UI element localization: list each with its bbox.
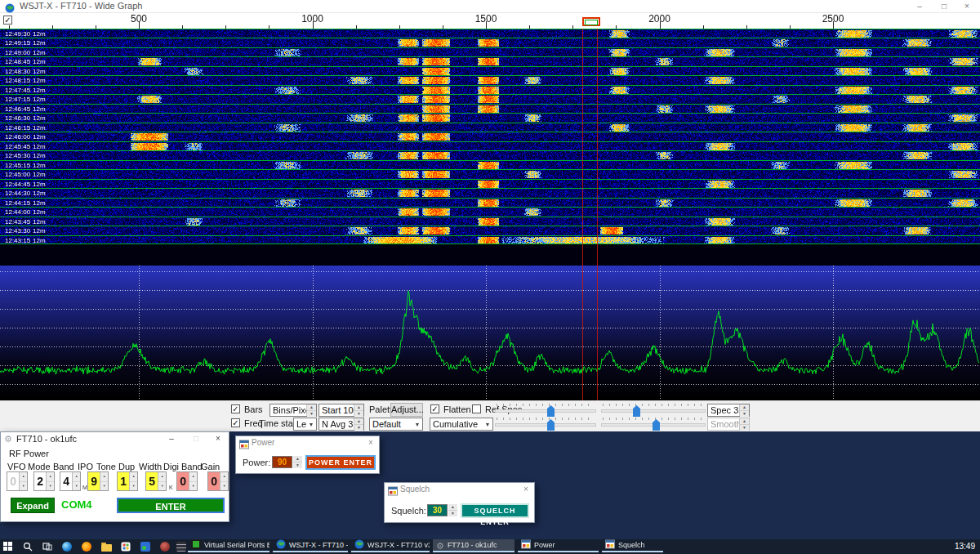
n-avg-spinner[interactable]: N Avg 3▲▼: [318, 418, 364, 431]
spinner-arrows-icon[interactable]: ▲▼: [354, 404, 363, 416]
waterfall-display[interactable]: [0, 29, 980, 244]
spinner-arrows-icon[interactable]: ▲▼: [448, 504, 457, 516]
ft710-column-vfo[interactable]: VFO: [7, 462, 26, 471]
smooth-spinner[interactable]: Smooth 1▲▼: [707, 418, 750, 431]
adjust-button[interactable]: Adjust...: [390, 403, 423, 417]
bars-checkbox[interactable]: ✓: [231, 404, 240, 413]
taskbar-button-wsjt-x-ft710-wid[interactable]: WSJT-X - FT710 - Wid...: [273, 539, 348, 552]
spinner-arrows-icon[interactable]: ▲▼: [739, 418, 749, 430]
frequency-digit-spinner-6[interactable]: 0▲▼: [176, 471, 198, 491]
ft710-column-width[interactable]: Width: [139, 462, 162, 471]
expand-button[interactable]: Expand: [11, 498, 55, 513]
waterfall-gain-slider[interactable]: [495, 404, 596, 417]
spinner-arrows-icon[interactable]: ▲▼: [72, 472, 80, 490]
firefox-icon[interactable]: [80, 540, 93, 553]
media-icon[interactable]: [139, 540, 152, 553]
spinner-arrows-icon[interactable]: ▲▼: [158, 472, 166, 490]
power-enter-button[interactable]: POWER ENTER: [305, 455, 376, 470]
start-hz-spinner[interactable]: Start 100 Hz▲▼: [318, 404, 364, 417]
minimize-icon[interactable]: –: [165, 433, 178, 445]
frequency-digit-spinner-1[interactable]: 2▲▼: [33, 471, 55, 491]
tx-rx-frequency-marker[interactable]: [582, 17, 600, 26]
search-icon[interactable]: [21, 540, 34, 553]
waterfall-gain-slider[interactable]: [495, 418, 596, 431]
menu-rf-power[interactable]: RF Power: [9, 449, 49, 458]
minimize-icon[interactable]: –: [908, 0, 931, 13]
ft710-column-gain[interactable]: Gain: [201, 462, 220, 471]
spinner-arrows-icon[interactable]: ▲▼: [19, 472, 27, 490]
taskbar-button-ft710-ok1ufc[interactable]: ⚙FT710 - ok1ufc: [433, 539, 514, 552]
store-icon[interactable]: [119, 540, 132, 553]
squelch-window[interactable]: Squelch × Squelch: 30 ▲▼ SQUELCH ENTER: [384, 482, 535, 523]
frequency-digit-spinner-2[interactable]: 4▲▼: [60, 471, 81, 491]
power-window[interactable]: Power × Power: 90 ▲▼ POWER ENTER: [235, 436, 380, 474]
frequency-digit-spinner-0[interactable]: 0▲▼: [7, 471, 28, 491]
taskbar-button-squelch[interactable]: Squelch: [602, 539, 663, 552]
close-icon[interactable]: ×: [212, 433, 225, 445]
frequency-digit-spinner-5[interactable]: 5▲▼: [145, 471, 167, 491]
spectrum-display[interactable]: [0, 266, 980, 400]
maximize-icon[interactable]: □: [189, 433, 203, 445]
frequency-digit-spinner-4[interactable]: 1▲▼: [117, 471, 138, 491]
ft710-column-digi-band[interactable]: Digi Band: [163, 462, 203, 471]
spinner-arrows-icon[interactable]: ▲▼: [306, 404, 316, 416]
palette-combo[interactable]: Default▼: [369, 418, 423, 431]
squelch-enter-button[interactable]: SQUELCH ENTER: [461, 503, 529, 518]
close-icon[interactable]: ×: [956, 0, 978, 13]
waterfall-gain-slider[interactable]: [601, 404, 706, 417]
opera-icon[interactable]: [158, 540, 172, 553]
slider-handle[interactable]: [633, 405, 640, 417]
ft710-titlebar[interactable]: ⚙ FT710 - ok1ufc – □ ×: [1, 432, 229, 445]
ref-spec-checkbox[interactable]: [472, 404, 481, 413]
slider-groove[interactable]: [495, 409, 596, 413]
squelch-value-spinner[interactable]: 30: [427, 504, 448, 516]
spinner-arrows-icon[interactable]: ▲▼: [189, 472, 197, 490]
ft710-window[interactable]: ⚙ FT710 - ok1ufc – □ × RF Power VFOModeB…: [0, 431, 229, 522]
task-view-icon[interactable]: [41, 540, 54, 553]
frequency-digit-spinner-3[interactable]: 9▲▼: [87, 471, 109, 491]
ft710-column-mode[interactable]: Mode: [28, 462, 51, 471]
power-titlebar[interactable]: Power ×: [236, 436, 379, 449]
flatten-checkbox[interactable]: ✓: [430, 404, 439, 413]
edge-icon[interactable]: [60, 540, 74, 553]
taskbar-button-power[interactable]: Power: [518, 539, 599, 552]
ft710-column-ipo[interactable]: IPO: [78, 462, 93, 471]
taskbar-button-wsjt-x-ft710-v3-0[interactable]: WSJT-X - FT710 v3.0....: [351, 539, 430, 552]
spinner-arrows-icon[interactable]: ▲▼: [46, 472, 54, 490]
notes-icon[interactable]: [175, 540, 188, 553]
power-value-spinner[interactable]: 90: [272, 456, 292, 468]
freq-checkbox[interactable]: ✓: [231, 418, 240, 427]
slider-groove[interactable]: [601, 409, 706, 413]
spinner-arrows-icon[interactable]: ▲▼: [739, 404, 749, 416]
bins-pixel-spinner[interactable]: Bins/Pixel 2▲▼: [270, 404, 317, 417]
ft710-column-tone[interactable]: Tone: [96, 462, 116, 471]
spec-percent-spinner[interactable]: Spec 35 %▲▼: [707, 404, 750, 417]
waterfall-gain-slider[interactable]: [601, 418, 706, 431]
spinner-arrows-icon[interactable]: ▲▼: [293, 456, 301, 468]
spinner-arrows-icon[interactable]: ▲▼: [354, 418, 363, 430]
spinner-arrows-icon[interactable]: ▲▼: [129, 472, 137, 490]
spectrum-mode-combo[interactable]: Cumulative▼: [430, 418, 493, 431]
close-icon[interactable]: ×: [519, 484, 532, 495]
maximize-icon[interactable]: □: [933, 0, 956, 13]
ft710-column-band[interactable]: Band: [53, 462, 74, 471]
close-icon[interactable]: ×: [364, 437, 377, 449]
taskbar-button-virtual-serial-ports-em[interactable]: Virtual Serial Ports Em...: [188, 539, 270, 552]
slider-handle[interactable]: [653, 419, 660, 431]
start-icon[interactable]: [2, 540, 15, 553]
slider-handle[interactable]: [547, 419, 555, 431]
frequency-digit-spinner-7[interactable]: 0▲▼: [207, 471, 229, 491]
squelch-titlebar[interactable]: Squelch ×: [385, 483, 534, 496]
frequency-scale[interactable]: ✓ 5001000150020002500: [0, 13, 980, 29]
widegraph-titlebar[interactable]: WSJT-X - FT710 - Wide Graph – □ ×: [0, 0, 980, 13]
taskbar-clock[interactable]: 13:49: [955, 542, 975, 551]
spinner-arrows-icon[interactable]: ▲▼: [220, 472, 228, 490]
ft710-column-dup[interactable]: Dup: [118, 462, 135, 471]
winform-icon: [239, 438, 249, 448]
explorer-icon[interactable]: [100, 540, 113, 553]
enter-button[interactable]: ENTER: [117, 498, 225, 513]
spinner-arrows-icon[interactable]: ▲▼: [100, 472, 108, 490]
slider-groove[interactable]: [495, 423, 596, 427]
timestamp-combo[interactable]: Left▼: [293, 418, 317, 431]
slider-handle[interactable]: [547, 405, 555, 417]
